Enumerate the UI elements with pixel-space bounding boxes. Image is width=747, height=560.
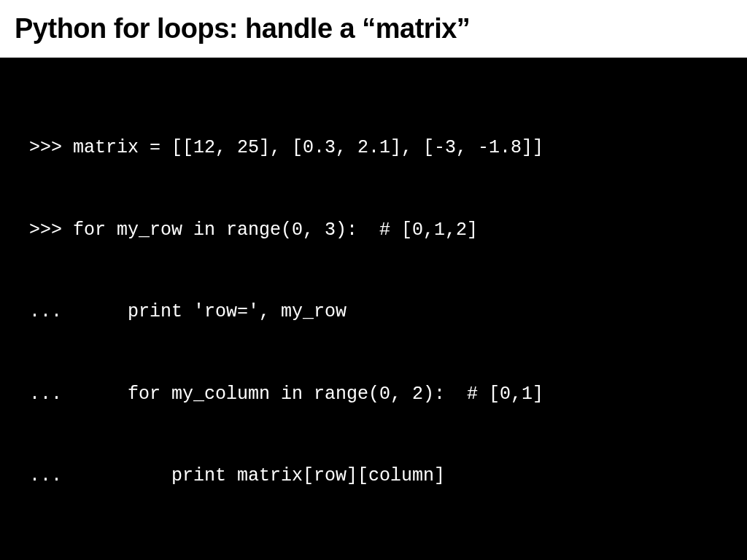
code-line: ... — [29, 545, 718, 561]
code-line: ... print 'row=', my_row — [29, 298, 718, 326]
slide-title: Python for loops: handle a “matrix” — [15, 13, 732, 44]
code-line: ... print matrix[row][column] — [29, 462, 718, 490]
code-block: >>> matrix = [[12, 25], [0.3, 2.1], [-3,… — [0, 58, 747, 560]
code-line: >>> matrix = [[12, 25], [0.3, 2.1], [-3,… — [29, 134, 718, 162]
title-bar: Python for loops: handle a “matrix” — [0, 0, 747, 58]
slide: Python for loops: handle a “matrix” >>> … — [0, 0, 747, 560]
code-line: >>> for my_row in range(0, 3): # [0,1,2] — [29, 217, 718, 244]
code-line: ... for my_column in range(0, 2): # [0,1… — [29, 381, 718, 408]
